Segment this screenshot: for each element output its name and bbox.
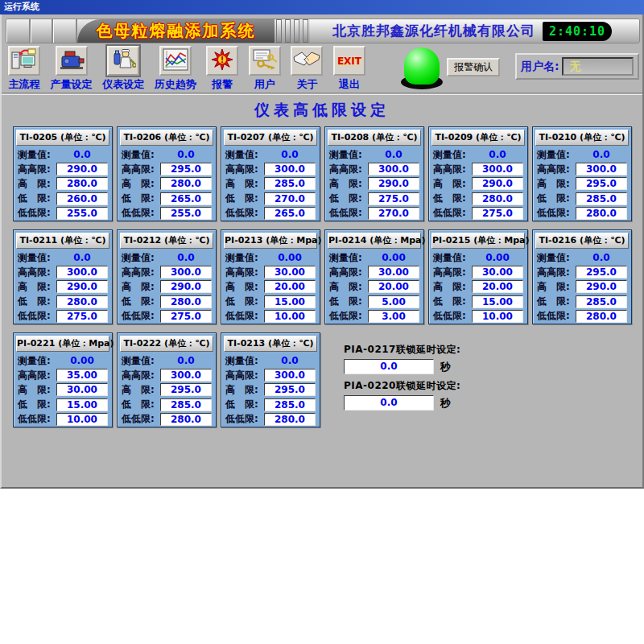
main-process-button[interactable] [8,46,40,76]
high-high-limit-input[interactable]: 300.0 [160,369,212,382]
window-titlebar[interactable]: 运行系统 [0,0,644,14]
high-label: 高 限: [329,280,362,294]
low-limit-input[interactable]: 285.0 [264,398,316,411]
high-limit-input[interactable]: 295.0 [264,383,316,396]
high-high-limit-input[interactable]: 295.0 [576,266,627,279]
toolbar-item-instrument-setting[interactable]: 仪表设定 [102,46,144,92]
low-low-limit-input[interactable]: 10.00 [264,310,316,323]
interlock-delay-input[interactable]: 0.0 [344,359,434,374]
high-limit-input[interactable]: 290.0 [472,177,523,190]
low-low-limit-input[interactable]: 10.00 [56,413,108,426]
low-limit-input[interactable]: 285.0 [160,398,212,411]
instrument-panel: TI-0213 (单位：℃) 测量值: 0.0 高高限: 300.0 高 限: … [221,332,320,427]
low-low-limit-input[interactable]: 275.0 [160,310,212,323]
exit-button[interactable]: EXIT [333,46,365,76]
toolbar-item-history-trend[interactable]: 历史趋势 [155,46,196,92]
high-high-limit-input[interactable]: 300.0 [264,369,316,382]
high-high-label: 高高限: [537,163,570,176]
low-limit-input[interactable]: 260.0 [56,192,108,205]
low-limit-input[interactable]: 15.00 [56,398,108,411]
low-limit-input[interactable]: 275.0 [368,192,419,205]
instrument-panel: PI-0215 (单位：Mpa) 测量值: 0.00 高高限: 30.00 高 … [428,229,528,324]
low-low-limit-input[interactable]: 280.0 [576,207,627,220]
low-low-limit-input[interactable]: 3.00 [368,310,419,323]
measured-label: 测量值: [18,148,51,162]
low-label: 低 限: [18,295,51,308]
high-limit-input[interactable]: 290.0 [368,177,419,190]
alarm-ack-button[interactable]: 报警确认 [447,58,500,76]
measured-label: 测量值: [537,251,570,265]
alarm-button[interactable]: ! [206,46,238,76]
high-limit-input[interactable]: 20.00 [472,280,523,293]
workstation-icon [11,48,37,74]
high-limit-input[interactable]: 30.00 [56,383,108,396]
toolbar-item-alarm[interactable]: ! 报警 [206,46,238,92]
high-high-limit-input[interactable]: 300.0 [368,163,419,175]
low-low-limit-input[interactable]: 275.0 [56,310,108,323]
high-high-limit-input[interactable]: 30.00 [472,266,523,279]
low-low-limit-input[interactable]: 255.0 [160,207,212,220]
low-low-limit-input[interactable]: 255.0 [56,207,108,220]
high-high-limit-input[interactable]: 300.0 [576,163,627,175]
low-limit-input[interactable]: 285.0 [576,295,627,308]
low-low-limit-input[interactable]: 280.0 [160,413,212,426]
toolbar-item-output-setting[interactable]: 产量设定 [51,46,93,92]
high-limit-input[interactable]: 20.00 [368,280,419,293]
toolbar-item-main-process[interactable]: 主流程 [8,46,40,92]
high-high-limit-input[interactable]: 300.0 [264,163,316,175]
output-setting-button[interactable] [56,46,88,76]
high-limit-input[interactable]: 290.0 [160,280,212,293]
low-low-limit-input[interactable]: 10.00 [472,310,523,323]
high-high-limit-input[interactable]: 300.0 [472,163,523,175]
low-limit-input[interactable]: 15.00 [472,295,523,308]
low-low-limit-input[interactable]: 275.0 [472,207,523,220]
low-limit-input[interactable]: 280.0 [472,192,523,205]
low-limit-input[interactable]: 5.00 [368,295,419,308]
high-limit-input[interactable]: 290.0 [56,280,108,293]
toolbar-label: 关于 [296,77,317,92]
panel-title: TI-0210 (单位：℃) [535,130,629,146]
toolbar-item-about[interactable]: 关于 [291,46,323,92]
toolbar-item-exit[interactable]: EXIT 退出 [333,46,365,92]
high-limit-input[interactable]: 280.0 [160,177,212,190]
username-field[interactable]: 无 [562,57,634,76]
low-limit-input[interactable]: 270.0 [264,192,316,205]
instrument-setting-button[interactable] [107,46,139,76]
company-name: 北京胜邦鑫源化纤机械有限公司 [332,22,535,40]
high-high-limit-input[interactable]: 300.0 [160,266,212,279]
high-high-limit-input[interactable]: 35.00 [56,369,108,382]
low-low-limit-input[interactable]: 280.0 [576,310,627,323]
high-label: 高 限: [18,177,51,191]
high-limit-input[interactable]: 295.0 [576,177,627,190]
low-label: 低 限: [329,295,362,308]
low-low-limit-input[interactable]: 270.0 [368,207,419,220]
instrument-panel: TI-0210 (单位：℃) 测量值: 0.0 高高限: 300.0 高 限: … [532,126,632,221]
measured-value: 0.0 [264,355,316,366]
high-high-limit-input[interactable]: 290.0 [56,163,108,175]
high-high-limit-input[interactable]: 295.0 [160,163,212,175]
low-limit-input[interactable]: 265.0 [160,192,212,205]
high-high-label: 高高限: [18,163,51,176]
low-limit-input[interactable]: 285.0 [576,192,627,205]
low-low-limit-input[interactable]: 280.0 [264,413,316,426]
low-limit-input[interactable]: 280.0 [160,295,212,308]
about-button[interactable] [291,46,323,76]
interlock-delay-input[interactable]: 0.0 [344,395,434,411]
high-high-label: 高高限: [122,369,155,382]
toolbar-item-user[interactable]: 用户 [249,46,281,92]
high-limit-input[interactable]: 285.0 [264,177,316,190]
high-high-limit-input[interactable]: 300.0 [56,266,108,279]
low-limit-input[interactable]: 280.0 [56,295,108,308]
low-low-limit-input[interactable]: 265.0 [264,207,316,220]
history-trend-button[interactable] [159,46,192,76]
high-high-limit-input[interactable]: 30.00 [368,266,419,279]
high-label: 高 限: [537,280,570,294]
user-button[interactable] [249,46,281,76]
high-limit-input[interactable]: 20.00 [264,280,316,293]
high-limit-input[interactable]: 295.0 [160,383,212,396]
high-limit-input[interactable]: 290.0 [576,280,627,293]
high-limit-input[interactable]: 280.0 [56,177,108,190]
high-high-limit-input[interactable]: 30.00 [264,266,316,279]
clock-display: 2:40:10 [543,22,612,41]
low-limit-input[interactable]: 15.00 [264,295,316,308]
